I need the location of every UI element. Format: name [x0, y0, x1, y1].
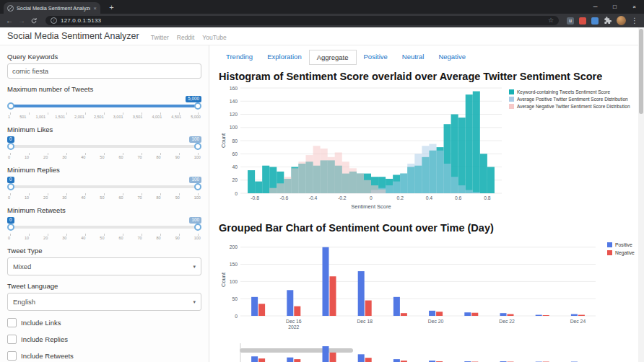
browser-tab-strip: Social Media Sentiment Analyzer × + ─ □ …: [0, 0, 644, 14]
vertical-scrollbar[interactable]: [638, 27, 644, 362]
svg-text:0.6: 0.6: [455, 195, 462, 200]
tab-negative[interactable]: Negative: [431, 50, 473, 65]
slider-max-badge: 100: [189, 136, 201, 143]
svg-text:150: 150: [230, 262, 238, 267]
minimum-retweets-slider[interactable]: 0100: [7, 217, 201, 233]
slider-handle[interactable]: [194, 102, 201, 110]
query-keywords-input[interactable]: [7, 63, 201, 79]
forward-button[interactable]: →: [18, 17, 25, 25]
bookmark-star-icon[interactable]: ☆: [548, 17, 554, 24]
checkbox-box[interactable]: [7, 335, 17, 344]
slider-track[interactable]: [10, 226, 199, 229]
svg-text:100: 100: [230, 125, 238, 130]
nav-link-reddit[interactable]: Reddit: [177, 34, 195, 41]
tick-label: 20: [43, 236, 48, 240]
tick-label: 0: [8, 155, 10, 159]
checkbox-box[interactable]: [7, 318, 17, 327]
tick-label: 50: [100, 236, 104, 240]
include-replies-checkbox[interactable]: Include Replies: [7, 335, 201, 344]
tab-positive[interactable]: Positive: [357, 50, 395, 65]
browser-menu-icon[interactable]: ⋮: [631, 17, 638, 25]
tick-label: 3,001: [113, 115, 123, 119]
svg-text:Average Negative Twitter Senti: Average Negative Twitter Sentiment Score…: [517, 104, 630, 110]
vertical-scrollbar-thumb[interactable]: [639, 29, 643, 114]
svg-text:Dec 24: Dec 24: [570, 319, 586, 324]
grouped-bar-svg: 050100150200Dec 162022Dec 18Dec 20Dec 22…: [219, 235, 638, 342]
address-bar[interactable]: i 127.0.0.1:5133 ☆: [45, 16, 559, 25]
window-maximize-button[interactable]: □: [605, 4, 625, 10]
svg-text:-0.8: -0.8: [251, 195, 259, 200]
tick-label: 20: [43, 155, 48, 159]
extensions-puzzle-icon[interactable]: [604, 17, 612, 25]
horizontal-scrollbar-thumb[interactable]: [240, 348, 353, 353]
nav-link-youtube[interactable]: YouTube: [202, 34, 226, 41]
site-info-icon[interactable]: i: [51, 17, 57, 24]
slider-handle[interactable]: [7, 143, 14, 150]
minimum-replies-tick-labels: 0102030405060708090100: [7, 195, 201, 200]
back-button[interactable]: ←: [6, 17, 13, 25]
minimum-replies-slider[interactable]: 0100: [7, 177, 201, 193]
browser-tab[interactable]: Social Media Sentiment Analyzer ×: [4, 2, 100, 14]
tweet-language-value: English: [13, 298, 35, 306]
maximum-number-of-tweets-tick-labels: 15011,0011,5012,0012,5013,0013,5014,0014…: [7, 115, 201, 119]
svg-text:2022: 2022: [288, 325, 299, 330]
nav-link-twitter[interactable]: Twitter: [151, 34, 169, 41]
url-text: 127.0.0.1:5133: [61, 17, 101, 24]
new-tab-button[interactable]: +: [107, 3, 116, 12]
window-minimize-button[interactable]: ─: [586, 4, 605, 10]
extension-icon-3[interactable]: [591, 17, 599, 25]
svg-text:Dec 18: Dec 18: [357, 319, 373, 324]
svg-text:Sentiment Score: Sentiment Score: [351, 203, 391, 210]
tweet-language-select[interactable]: English▾: [7, 293, 201, 311]
svg-text:200: 200: [230, 244, 238, 250]
tick-label: 100: [194, 236, 201, 240]
slider-track-fill: [10, 105, 199, 107]
reload-button[interactable]: [30, 17, 38, 25]
checkbox-label: Include Replies: [21, 335, 68, 343]
svg-text:160: 160: [230, 86, 238, 91]
checkbox-box[interactable]: [7, 351, 17, 361]
minimum-replies-label: Minimum Replies: [7, 166, 201, 174]
slider-handle[interactable]: [194, 143, 201, 150]
checkbox-label: Include Retweets: [21, 352, 74, 360]
tab-trending[interactable]: Trending: [219, 50, 260, 65]
svg-text:0: 0: [235, 191, 238, 196]
tab-aggregate[interactable]: Aggregate: [309, 50, 357, 65]
svg-text:50: 50: [232, 296, 238, 301]
slider-track[interactable]: [10, 185, 199, 188]
include-retweets-checkbox[interactable]: Include Retweets: [7, 351, 201, 361]
slider-handle[interactable]: [7, 183, 14, 190]
profile-avatar[interactable]: [617, 16, 626, 25]
slider-handle[interactable]: [7, 224, 14, 231]
svg-text:80: 80: [232, 138, 238, 144]
tick-label: 60: [118, 195, 123, 200]
tick-label: 30: [62, 236, 66, 240]
extension-icon-1[interactable]: u: [567, 17, 574, 25]
minimum-retweets-tick-labels: 0102030405060708090100: [7, 236, 201, 240]
histogram-heading: Histogram of Sentiment Score overlaid ov…: [219, 71, 638, 82]
histogram-svg: 020406080100120140160-0.8-0.6-0.4-0.200.…: [219, 84, 638, 216]
tick-label: 40: [81, 236, 85, 240]
svg-text:Positive: Positive: [615, 242, 632, 247]
slider-handle[interactable]: [194, 224, 201, 231]
maximum-number-of-tweets-slider[interactable]: 5,000: [7, 96, 201, 112]
tick-label: 1: [8, 115, 10, 119]
tick-label: 80: [157, 195, 161, 200]
minimum-likes-slider[interactable]: 0100: [7, 136, 201, 152]
tweet-type-value: Mixed: [13, 262, 31, 270]
svg-text:Dec 16: Dec 16: [286, 319, 302, 324]
minimum-retweets-label: Minimum Retweets: [7, 206, 201, 214]
tweet-type-label: Tweet Type: [7, 247, 201, 255]
slider-handle[interactable]: [7, 102, 14, 110]
extension-icon-2[interactable]: [579, 17, 586, 25]
tab-close-icon[interactable]: ×: [93, 5, 97, 12]
window-close-button[interactable]: ×: [625, 4, 644, 10]
tweet-type-select[interactable]: Mixed▾: [7, 257, 201, 275]
svg-text:0.4: 0.4: [426, 195, 433, 200]
slider-track[interactable]: [10, 145, 199, 148]
include-links-checkbox[interactable]: Include Links: [7, 318, 201, 327]
slider-track[interactable]: [10, 105, 199, 107]
tab-neutral[interactable]: Neutral: [395, 50, 432, 65]
tab-exploration[interactable]: Exploration: [260, 50, 309, 65]
slider-handle[interactable]: [194, 183, 201, 190]
